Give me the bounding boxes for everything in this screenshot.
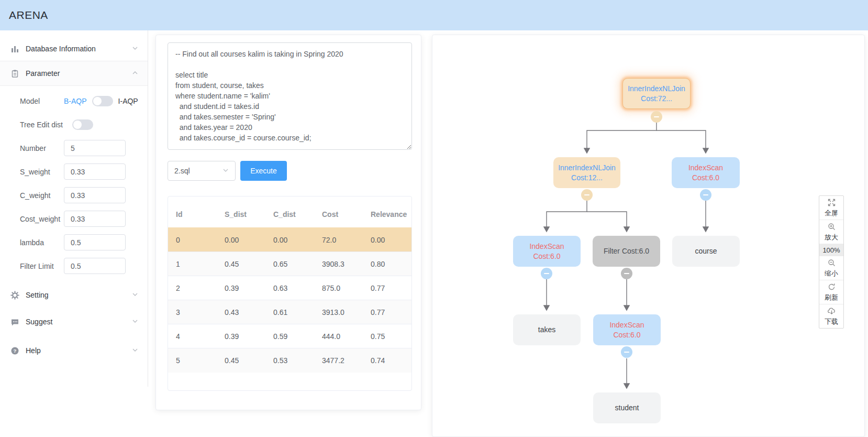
column-header-c-dist: C_dist [265,196,314,228]
zoom-out-icon [828,259,836,269]
field-row-tree-edit-dist: Tree Edit dist [0,113,148,136]
cost-weight-input[interactable] [64,211,126,227]
download-icon [828,307,836,317]
node-label: takes [538,325,555,335]
clipboard-icon [10,69,19,78]
sidebar-item-label: Database Information [26,45,132,53]
table-cell: 444.0 [314,324,363,348]
node-cost: Cost:6.0 [613,330,640,340]
c-weight-input[interactable] [64,187,126,203]
plan-node-takes-table[interactable]: takes [513,314,581,345]
minus-icon [703,194,708,195]
query-controls: 2.sql Execute [168,161,412,181]
field-label: lambda [20,238,64,247]
table-cell: 0 [168,228,217,252]
zoom-in-button[interactable]: 放大 [819,220,843,244]
download-button[interactable]: 下载 [819,304,843,328]
table-row[interactable]: 20.390.63875.00.77 [168,276,411,300]
model-option-baqp[interactable]: B-AQP [64,97,87,105]
zoom-toolbar: 全屏 放大 100% 缩小 [819,195,844,329]
collapse-button[interactable] [621,268,632,279]
sidebar: Database Information Parameter Model B-A… [0,30,148,387]
table-cell: 3 [168,300,217,324]
sql-file-select[interactable]: 2.sql [168,161,236,181]
table-row[interactable]: 10.450.653908.30.80 [168,252,411,276]
sidebar-item-setting[interactable]: Setting [0,283,148,307]
fullscreen-icon [828,199,836,209]
refresh-button[interactable]: 刷新 [819,280,843,304]
table-cell: 0.45 [217,252,265,276]
field-label: Tree Edit dist [20,121,72,129]
sidebar-item-label: Setting [26,291,132,299]
plan-node-student-table[interactable]: student [593,392,661,423]
bar-chart-icon [10,45,19,53]
plan-node-filter[interactable]: Filter Cost:6.0 [593,236,660,267]
table-row[interactable]: 00.000.0072.00.00 [168,228,411,252]
collapse-button[interactable] [581,189,593,201]
column-header-relevance: Relevance [363,196,411,228]
collapse-button[interactable] [621,346,632,358]
table-row[interactable]: 30.430.613913.00.77 [168,300,411,324]
zoom-out-button[interactable]: 缩小 [819,256,843,280]
table-cell: 0.43 [217,300,265,324]
plan-node-course-table[interactable]: course [672,236,740,267]
execute-button[interactable]: Execute [240,161,287,181]
model-option-iaqp[interactable]: I-AQP [118,97,138,105]
minus-icon [544,273,549,274]
table-cell: 3913.0 [314,300,363,324]
sidebar-item-parameter[interactable]: Parameter [0,61,148,85]
toggle-knob [73,121,82,129]
field-row-s-weight: S_weight [0,160,148,183]
s-weight-input[interactable] [64,163,126,180]
chevron-up-icon [132,69,138,78]
refresh-icon [828,283,836,293]
app-title: ARENA [9,9,48,21]
refresh-label: 刷新 [825,293,838,302]
filter-limit-input[interactable] [64,258,126,274]
sidebar-item-label: Parameter [26,69,132,78]
table-row[interactable]: 50.450.533477.20.74 [168,348,411,373]
table-cell: 0.39 [217,324,265,348]
sidebar-item-database-information[interactable]: Database Information [0,37,148,61]
plan-node-root-inner-index-nl-join[interactable]: InnerIndexNLJoin Cost:72... [622,78,691,109]
plan-node-index-scan-takes[interactable]: IndexScan Cost:6.0 [513,236,581,267]
chevron-down-icon [132,317,138,326]
plan-node-inner-index-nl-join-2[interactable]: InnerIndexNLJoin Cost:12... [553,157,620,188]
chevron-down-icon [132,44,138,53]
fullscreen-button[interactable]: 全屏 [819,196,843,220]
column-header-id: Id [168,196,217,228]
field-row-filter-limit: Filter Limit [0,254,148,278]
sidebar-item-help[interactable]: ? Help [0,338,148,363]
table-cell: 0.00 [363,228,411,252]
table-cell: 875.0 [314,276,363,300]
svg-text:?: ? [14,348,17,354]
table-row[interactable]: 40.390.59444.00.75 [168,324,411,348]
node-label: IndexScan [609,320,644,330]
plan-node-index-scan-course[interactable]: IndexScan Cost:6.0 [672,157,740,188]
field-label: Cost_weight [20,215,64,223]
number-input[interactable] [64,140,126,156]
field-row-model: Model B-AQP I-AQP [0,89,148,113]
collapse-button[interactable] [700,189,711,201]
sidebar-item-suggest[interactable]: Suggest [0,310,148,334]
chevron-down-icon [132,290,138,300]
query-panel: -- Find out all courses kalim is taking … [155,35,421,410]
sql-file-select-value: 2.sql [174,167,222,175]
collapse-button[interactable] [541,268,552,279]
chevron-down-icon [132,346,138,355]
zoom-out-label: 缩小 [825,269,838,278]
tree-edit-dist-toggle[interactable] [72,119,93,130]
plan-node-index-scan-student[interactable]: IndexScan Cost:6.0 [593,314,661,345]
collapse-button[interactable] [651,111,662,123]
field-label: C_weight [20,191,64,200]
field-label: Model [20,97,64,105]
app-header: ARENA [0,0,868,30]
table-header-row: Id S_dist C_dist Cost Relevance [168,196,411,228]
lambda-input[interactable] [64,234,126,250]
table-cell: 0.75 [363,324,411,348]
node-cost: Cost:6.0 [692,173,719,183]
table-cell: 0.00 [265,228,314,252]
sql-editor[interactable]: -- Find out all courses kalim is taking … [168,42,412,150]
model-toggle[interactable] [92,96,113,106]
table-cell: 0.80 [363,252,411,276]
